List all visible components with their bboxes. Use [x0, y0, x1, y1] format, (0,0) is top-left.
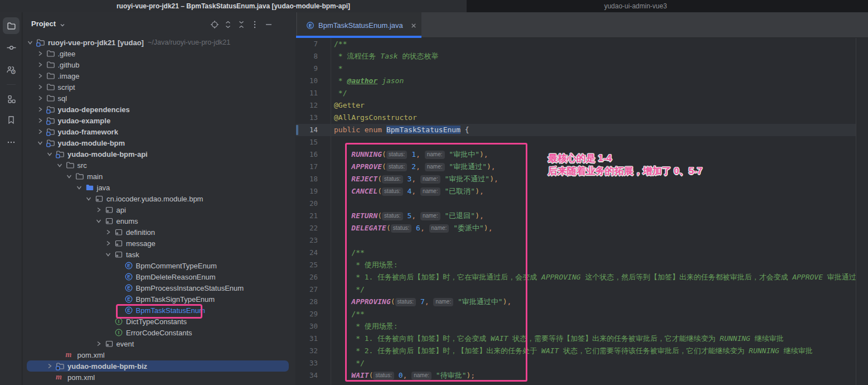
chevron-right-icon[interactable]: [37, 105, 46, 114]
tree-item-message[interactable]: message: [23, 238, 295, 249]
line-number: 20: [309, 198, 318, 210]
code-token: [334, 297, 351, 306]
bookmarks-tool-button[interactable]: [0, 110, 22, 130]
tree-item-event[interactable]: event: [23, 338, 295, 349]
chevron-down-icon[interactable]: [76, 183, 85, 192]
more-tools-button[interactable]: [0, 132, 22, 152]
chevron-down-icon[interactable]: [95, 216, 105, 225]
tree-item-bpmtaskstatusenum[interactable]: EBpmTaskStatusEnum: [23, 305, 295, 316]
code-token: ,: [416, 150, 420, 158]
code-line-17: APPROVE(status: 2, name: "审批通过"),: [334, 161, 496, 173]
code-token: ,: [507, 297, 511, 306]
line-number: 31: [309, 333, 318, 345]
chevron-right-icon[interactable]: [37, 71, 46, 80]
gutter-divider: [331, 38, 331, 385]
chevron-down-icon[interactable]: [27, 38, 36, 47]
tree-item-ruoyi-vue-pro-jdk21-yudao-[interactable]: ruoyi-vue-pro-jdk21 [yudao]~/Java/ruoyi-…: [23, 37, 295, 48]
tree-item--image[interactable]: .image: [23, 70, 295, 81]
module-icon: [46, 105, 58, 114]
chevron-right-icon[interactable]: [37, 83, 46, 92]
chevron-right-icon[interactable]: [95, 339, 105, 348]
close-icon[interactable]: [410, 22, 418, 30]
chevron-right-icon[interactable]: [105, 239, 114, 248]
tree-item-label: script: [58, 83, 75, 92]
locate-file-icon[interactable]: [210, 20, 219, 29]
hide-panel-icon[interactable]: [264, 20, 273, 29]
chevron-right-icon[interactable]: [95, 205, 105, 214]
tree-item-cn-iocoder-yudao-module-bpm[interactable]: cn.iocoder.yudao.module.bpm: [23, 193, 295, 204]
tree-item-dicttypeconstants[interactable]: IDictTypeConstants: [23, 316, 295, 327]
tree-item-yudao-module-bpm[interactable]: yudao-module-bpm: [23, 137, 295, 148]
chevron-down-icon[interactable]: [105, 250, 114, 259]
tree-item-task[interactable]: task: [23, 249, 295, 260]
tree-item-yudao-framework[interactable]: yudao-framework: [23, 126, 295, 137]
project-panel-title[interactable]: Project: [31, 20, 56, 28]
code-line-31: * 1. 任务被向前【加签】时，它会变成 WAIT 状态，需要等待【加签】出来的…: [334, 333, 784, 345]
code-token: 继续审批: [779, 346, 813, 355]
tree-item-api[interactable]: api: [23, 204, 295, 215]
chevron-down-icon[interactable]: [46, 150, 56, 158]
chevron-down-icon[interactable]: [66, 172, 75, 181]
code-token: "委派中": [453, 224, 484, 232]
chevron-right-icon[interactable]: [37, 49, 46, 58]
chevron-down-icon[interactable]: [56, 161, 66, 170]
chevron-right-icon[interactable]: [37, 116, 46, 125]
code-token: APPROVING: [541, 273, 580, 281]
code-editor[interactable]: 7891011121314151617181920212223242526272…: [296, 38, 868, 385]
tree-item-pom-xml[interactable]: mpom.xml: [23, 349, 295, 360]
learn-tool-button[interactable]: ?: [0, 60, 22, 80]
code-line-29: /**: [334, 308, 365, 320]
tree-item-src[interactable]: src: [23, 160, 295, 171]
tree-item-sql[interactable]: sql: [23, 93, 295, 104]
tree-item-yudao-example[interactable]: yudao-example: [23, 115, 295, 126]
module-icon: [56, 362, 67, 370]
project-panel-header: Project: [23, 12, 295, 37]
project-tool-button[interactable]: [3, 17, 20, 34]
tree-item-bpmcommenttypeenum[interactable]: EBpmCommentTypeEnum: [23, 260, 295, 271]
tree-item-enums[interactable]: enums: [23, 215, 295, 227]
collapse-all-icon[interactable]: [237, 20, 246, 29]
tree-item--gitee[interactable]: .gitee: [23, 48, 295, 59]
panel-options-icon[interactable]: [250, 20, 259, 29]
code-line-12: @Getter: [334, 99, 365, 112]
chevron-right-icon[interactable]: [37, 94, 46, 103]
code-token: "已退回": [445, 211, 476, 220]
tree-item-yudao-module-bpm-biz[interactable]: yudao-module-bpm-biz: [23, 360, 295, 372]
tree-item-main[interactable]: main: [23, 171, 295, 182]
code-token: /**: [334, 40, 347, 48]
tree-item-bpmprocessinstancestatusenum[interactable]: EBpmProcessInstanceStatusEnum: [23, 282, 295, 293]
tree-item-java[interactable]: java: [23, 182, 295, 193]
tab-bpmtaskstatusenum[interactable]: E BpmTaskStatusEnum.java: [297, 12, 421, 38]
tree-item-label: BpmTaskSignTypeEnum: [136, 295, 215, 304]
code-token: WAIT: [491, 334, 508, 343]
tree-item-label: ruoyi-vue-pro-jdk21 [yudao]: [48, 38, 144, 47]
chevron-down-icon[interactable]: [37, 138, 46, 147]
tree-item-bpmtasksigntypeenum[interactable]: EBpmTaskSignTypeEnum: [23, 293, 295, 305]
code-token: DELEGATE: [351, 224, 386, 232]
expand-all-icon[interactable]: [224, 20, 232, 29]
structure-tool-button[interactable]: [0, 89, 22, 109]
tree-item-yudao-module-bpm-api[interactable]: yudao-module-bpm-api: [23, 148, 295, 160]
tree-item-yudao-dependencies[interactable]: yudao-dependencies: [23, 104, 295, 115]
inlay-hint: status:: [382, 175, 403, 184]
code-token: APPROVE: [792, 273, 823, 281]
line-number: 16: [309, 148, 318, 161]
tree-item-label: sql: [58, 94, 67, 103]
chevron-right-icon[interactable]: [105, 228, 114, 237]
tree-item-definition[interactable]: definition: [23, 227, 295, 238]
code-token: * 使用场景:: [351, 261, 397, 269]
tree-item--github[interactable]: .github: [23, 59, 295, 70]
tree-item-errorcodeconstants[interactable]: IErrorCodeConstants: [23, 327, 295, 338]
tab-title: BpmTaskStatusEnum.java: [318, 21, 403, 30]
chevron-spacer: [115, 261, 124, 270]
chevron-right-icon[interactable]: [37, 127, 46, 136]
tree-item-script[interactable]: script: [23, 81, 295, 93]
chevron-down-icon[interactable]: [85, 194, 95, 203]
commit-tool-button[interactable]: [0, 37, 22, 57]
code-token: 状态，需要等待【加签】出来的任务被审批后，它才能继续变为: [508, 334, 720, 343]
chevron-right-icon[interactable]: [37, 60, 46, 69]
tree-item-bpmdeletereasonenum[interactable]: EBpmDeleteReasonEnum: [23, 271, 295, 282]
chevron-right-icon[interactable]: [46, 362, 56, 370]
caret-line-gutter-marker: [296, 125, 298, 135]
tree-item-pom-xml[interactable]: mpom.xml: [23, 372, 295, 383]
